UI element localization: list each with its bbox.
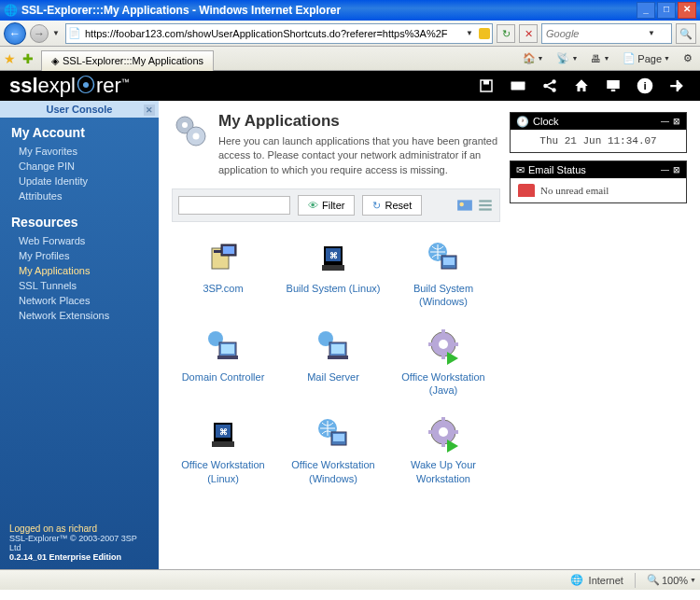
app-build-system-linux-[interactable]: ⌘Build System (Linux) bbox=[282, 239, 385, 309]
svg-rect-26 bbox=[322, 265, 344, 271]
lock-icon bbox=[479, 28, 490, 39]
panel-close-icon[interactable]: ⊠ bbox=[673, 117, 680, 126]
view-icons-button[interactable] bbox=[456, 197, 473, 214]
app-icon bbox=[425, 239, 462, 276]
logged-on-label: Logged on as richard bbox=[9, 523, 149, 534]
browser-tab[interactable]: ◈ SSL-Explorer:::My Applications bbox=[41, 50, 214, 71]
app-icon bbox=[315, 415, 352, 453]
url-dropdown[interactable]: ▼ bbox=[466, 29, 475, 37]
sidebar-item-web-forwards[interactable]: Web Forwards bbox=[11, 233, 147, 248]
app-icon: ⌘ bbox=[315, 239, 352, 276]
favorites-star-icon[interactable]: ★ bbox=[4, 51, 19, 66]
svg-rect-57 bbox=[453, 430, 458, 434]
filter-input[interactable] bbox=[178, 196, 290, 215]
search-box[interactable]: ▼ bbox=[541, 23, 672, 44]
tools-menu-button[interactable]: ⚙ bbox=[679, 50, 696, 66]
svg-rect-33 bbox=[221, 344, 234, 354]
app-build-system-windows-[interactable]: Build System (Windows) bbox=[392, 239, 495, 309]
sidebar-heading-resources: Resources bbox=[11, 215, 147, 230]
page-gear-icon bbox=[172, 112, 209, 149]
app-domain-controller[interactable]: Domain Controller bbox=[172, 328, 274, 398]
app-label: Wake Up Your Workstation bbox=[392, 458, 495, 485]
app-office-workstation-java-[interactable]: Office Workstation (Java) bbox=[392, 328, 495, 398]
svg-point-6 bbox=[553, 89, 555, 91]
search-input[interactable] bbox=[542, 28, 645, 39]
svg-rect-44 bbox=[453, 342, 458, 346]
app-icon bbox=[425, 328, 462, 365]
search-provider-dropdown[interactable]: ▼ bbox=[645, 29, 654, 37]
page-title: My Applications bbox=[218, 112, 498, 131]
search-go-button[interactable]: 🔍 bbox=[676, 23, 696, 44]
reset-icon: ↻ bbox=[372, 200, 381, 212]
sidebar-item-ssl-tunnels[interactable]: SSL Tunnels bbox=[11, 278, 147, 293]
sidebar-item-network-extensions[interactable]: Network Extensions bbox=[11, 308, 147, 323]
filter-button[interactable]: 👁Filter bbox=[298, 195, 355, 216]
app-mail-server[interactable]: Mail Server bbox=[282, 328, 385, 398]
header-info-icon[interactable]: i bbox=[631, 73, 659, 99]
page-menu-button[interactable]: 📄Page▼ bbox=[619, 50, 674, 66]
svg-rect-23 bbox=[223, 246, 234, 254]
sidebar-item-update-identity[interactable]: Update Identity bbox=[11, 174, 147, 188]
print-button[interactable]: 🖶▼ bbox=[587, 51, 613, 66]
panel-minimize-icon[interactable]: — bbox=[661, 165, 669, 174]
mailbox-icon bbox=[518, 184, 535, 197]
app-label: Domain Controller bbox=[172, 370, 274, 384]
refresh-button[interactable]: ↻ bbox=[497, 24, 515, 43]
stop-button[interactable]: ✕ bbox=[519, 24, 538, 43]
app-label: Office Workstation (Windows) bbox=[282, 458, 385, 485]
forward-button[interactable]: → bbox=[30, 24, 49, 43]
view-list-button[interactable] bbox=[477, 197, 494, 214]
svg-rect-43 bbox=[428, 342, 434, 346]
header-keyboard-icon[interactable] bbox=[504, 73, 532, 99]
add-favorite-icon[interactable]: ✚ bbox=[22, 51, 37, 66]
url-input[interactable] bbox=[85, 25, 462, 42]
app-label: 3SP.com bbox=[172, 282, 274, 295]
back-button[interactable]: ← bbox=[4, 22, 26, 45]
panel-close-icon[interactable]: ⊠ bbox=[673, 165, 680, 174]
header-monitor-icon[interactable] bbox=[599, 73, 627, 99]
window-maximize-button[interactable]: □ bbox=[657, 2, 676, 19]
user-console-close-icon[interactable]: ✕ bbox=[144, 105, 155, 116]
reset-button[interactable]: ↻Reset bbox=[362, 195, 422, 216]
app-wake-up-your-workstation[interactable]: Wake Up Your Workstation bbox=[392, 415, 495, 485]
copyright-label: SSL-Explorer™ © 2003-2007 3SP Ltd bbox=[9, 534, 149, 552]
sidebar-item-my-favorites[interactable]: My Favorites bbox=[11, 144, 147, 159]
app-3sp-com[interactable]: 3SP.com bbox=[172, 239, 274, 309]
sidebar-item-attributes[interactable]: Attributes bbox=[11, 188, 147, 203]
sidebar-item-my-applications[interactable]: My Applications bbox=[11, 263, 147, 278]
home-button[interactable]: 🏠▼ bbox=[519, 50, 548, 66]
window-close-button[interactable]: ✕ bbox=[678, 2, 696, 19]
filter-bar: 👁Filter ↻Reset bbox=[172, 188, 500, 222]
window-minimize-button[interactable]: _ bbox=[637, 2, 655, 19]
app-icon bbox=[315, 328, 352, 365]
app-office-workstation-linux-[interactable]: ⌘Office Workstation (Linux) bbox=[172, 415, 274, 485]
address-bar[interactable]: 📄 ▼ bbox=[65, 23, 493, 44]
header-save-icon[interactable] bbox=[472, 73, 500, 99]
sidebar-item-network-places[interactable]: Network Places bbox=[11, 293, 147, 308]
svg-rect-7 bbox=[607, 80, 620, 89]
svg-rect-51 bbox=[333, 434, 344, 441]
app-office-workstation-windows-[interactable]: Office Workstation (Windows) bbox=[282, 415, 385, 485]
panel-minimize-icon[interactable]: — bbox=[661, 117, 669, 126]
app-icon bbox=[204, 328, 242, 365]
sidebar-item-my-profiles[interactable]: My Profiles bbox=[11, 248, 147, 263]
sidebar: User Console ✕ My Account My FavoritesCh… bbox=[0, 101, 159, 569]
gear-icon: ⚙ bbox=[683, 52, 693, 64]
header-logout-icon[interactable] bbox=[663, 73, 691, 99]
header-home-icon[interactable] bbox=[567, 73, 595, 99]
browser-status-bar: 🌐 Internet 🔍 100% ▼ bbox=[0, 569, 700, 590]
svg-rect-55 bbox=[441, 441, 445, 447]
header-share-icon[interactable] bbox=[536, 73, 564, 99]
sidebar-item-change-pin[interactable]: Change PIN bbox=[11, 159, 147, 174]
zoom-control[interactable]: 🔍 100% ▼ bbox=[647, 574, 696, 586]
svg-rect-54 bbox=[441, 417, 445, 423]
nav-history-dropdown[interactable]: ▼ bbox=[52, 29, 62, 37]
print-icon: 🖶 bbox=[591, 53, 601, 64]
app-logo: sslexpl⦿rer™ bbox=[9, 74, 130, 98]
svg-rect-17 bbox=[479, 201, 492, 202]
feeds-button[interactable]: 📡▼ bbox=[553, 50, 581, 66]
filter-eye-icon: 👁 bbox=[308, 200, 318, 211]
app-label: Office Workstation (Java) bbox=[392, 370, 495, 398]
window-title: SSL-Explorer:::My Applications - Windows… bbox=[21, 4, 341, 17]
zoom-icon: 🔍 bbox=[647, 574, 660, 586]
